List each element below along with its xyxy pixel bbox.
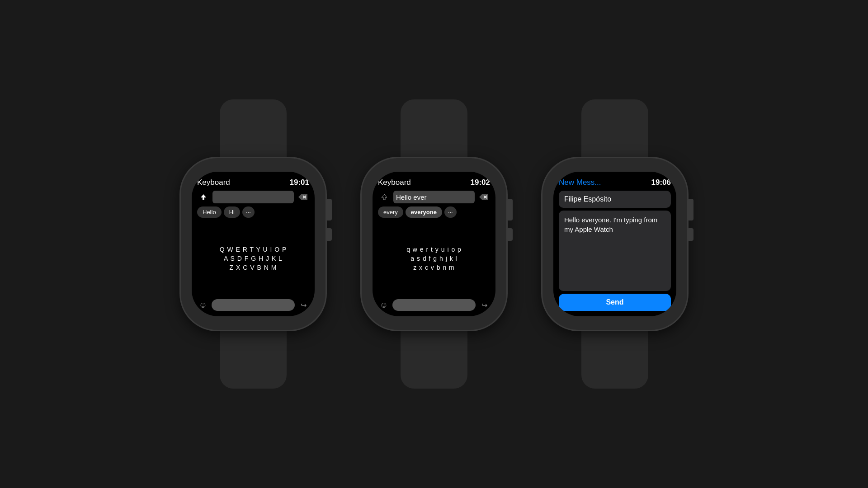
key-row-1-1: Q W E R T Y U I O P (197, 246, 309, 253)
suggestion-every[interactable]: every (378, 206, 403, 218)
watch-crown-3 (687, 199, 693, 221)
key-row-2-3: z x c v b n m (378, 264, 490, 271)
screen-title-1: Keyboard (197, 178, 230, 187)
band-top-1 (220, 99, 287, 158)
suggestions-2: every everyone ··· (378, 206, 490, 218)
screen-title-2: Keyboard (378, 178, 411, 187)
watch-2: Keyboard 19:02 Hello ever (362, 99, 506, 389)
delete-icon-1 (297, 191, 309, 203)
watch-body-3: New Mess... 19:06 Filipe Espósito Hello … (542, 158, 687, 330)
space-bar-1[interactable] (212, 299, 295, 311)
watch-1: Keyboard 19:01 (181, 99, 326, 389)
band-top-3 (581, 99, 648, 158)
suggestions-1: Hello Hi ··· (197, 206, 309, 218)
screen-time-1: 19:01 (290, 178, 309, 187)
screen-header-2: Keyboard 19:02 (378, 178, 490, 187)
suggestion-hello[interactable]: Hello (197, 206, 222, 218)
screen-time-2: 19:02 (471, 178, 490, 187)
emoji-icon-2[interactable]: ☺ (378, 299, 390, 311)
svg-marker-0 (201, 194, 206, 200)
delete-icon-2 (477, 191, 490, 203)
watch-body-2: Keyboard 19:02 Hello ever (362, 158, 506, 330)
text-input-1[interactable] (212, 191, 294, 203)
watch-crown-1 (326, 199, 332, 221)
send-button[interactable]: Send (559, 294, 671, 311)
band-top-2 (401, 99, 467, 158)
watch-btn-3 (687, 228, 693, 241)
shift-icon-2 (378, 191, 391, 203)
watch-btn-1 (326, 228, 332, 241)
key-row-1-2: A S D F G H J K L (197, 255, 309, 262)
suggestion-everyone[interactable]: everyone (406, 206, 442, 218)
key-row-2-2: a s d f g h j k l (378, 255, 490, 262)
keyboard-bottom-1: ☺ ↪ (197, 299, 309, 311)
input-text-2: Hello ever (396, 193, 427, 201)
keyboard-2: q w e r t y u i o p a s d f g h j k l z … (378, 221, 490, 296)
msg-contact: Filipe Espósito (559, 191, 671, 208)
emoji-icon-1[interactable]: ☺ (197, 299, 209, 311)
more-suggestions-1[interactable]: ··· (242, 206, 255, 218)
band-bottom-3 (581, 330, 648, 389)
watch-screen-3: New Mess... 19:06 Filipe Espósito Hello … (553, 172, 676, 316)
keyboard-1: Q W E R T Y U I O P A S D F G H J K L Z … (197, 221, 309, 296)
text-input-2[interactable]: Hello ever (393, 191, 475, 203)
input-row-1 (197, 191, 309, 203)
keyboard-bottom-2: ☺ ↪ (378, 299, 490, 311)
watch-screen-2: Keyboard 19:02 Hello ever (373, 172, 495, 316)
space-bar-2[interactable] (392, 299, 476, 311)
send-icon-1[interactable]: ↪ (297, 299, 309, 311)
shift-icon-1 (197, 191, 210, 203)
input-row-2: Hello ever (378, 191, 490, 203)
more-suggestions-2[interactable]: ··· (444, 206, 457, 218)
msg-body: Hello everyone. I'm typing from my Apple… (559, 211, 671, 291)
watch-screen-1: Keyboard 19:01 (192, 172, 315, 316)
screen-time-3: 19:06 (651, 178, 671, 187)
watch-btn-2 (506, 228, 513, 241)
band-bottom-1 (220, 330, 287, 389)
suggestion-hi[interactable]: Hi (224, 206, 240, 218)
watch-body-1: Keyboard 19:01 (181, 158, 326, 330)
screen-title-3: New Mess... (559, 178, 601, 187)
band-bottom-2 (401, 330, 467, 389)
screen-header-1: Keyboard 19:01 (197, 178, 309, 187)
watch-3: New Mess... 19:06 Filipe Espósito Hello … (542, 99, 687, 389)
key-row-1-3: Z X C V B N M (197, 264, 309, 271)
watch-crown-2 (506, 199, 513, 221)
key-row-2-1: q w e r t y u i o p (378, 246, 490, 253)
send-icon-2[interactable]: ↪ (478, 299, 490, 311)
screen-header-3: New Mess... 19:06 (559, 178, 671, 187)
svg-marker-3 (382, 194, 387, 200)
